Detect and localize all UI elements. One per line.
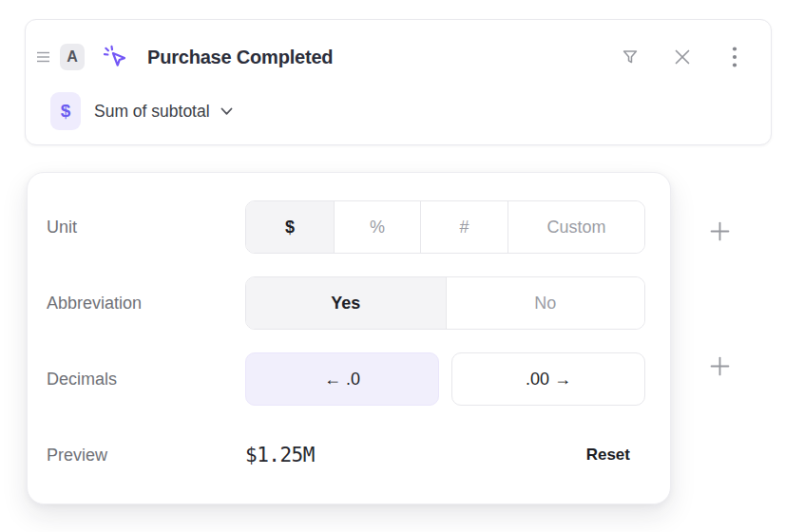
abbreviation-row: Abbreviation Yes No (47, 276, 645, 330)
unit-option-percent[interactable]: % (334, 201, 420, 253)
plus-icon (709, 355, 731, 377)
filter-button[interactable] (619, 46, 641, 68)
add-button-bottom[interactable] (705, 352, 734, 380)
series-badge: A (60, 44, 85, 70)
unit-option-custom[interactable]: Custom (507, 201, 644, 253)
decrease-decimals-button[interactable]: ← .0 (245, 352, 439, 406)
drag-handle-icon[interactable] (32, 46, 53, 68)
close-button[interactable] (671, 46, 694, 68)
unit-segmented-control: $ % # Custom (245, 200, 645, 254)
increase-decimals-button[interactable]: .00 → (451, 352, 645, 406)
event-title[interactable]: Purchase Completed (147, 47, 333, 68)
metric-row: $ Sum of subtotal (26, 92, 771, 130)
preview-row: Preview $1.25M Reset (47, 428, 645, 482)
filter-icon (620, 47, 641, 67)
close-icon (673, 48, 692, 66)
kebab-icon (732, 46, 737, 68)
unit-label: Unit (47, 218, 245, 238)
event-card: A Purchase Completed (25, 19, 772, 145)
preview-label: Preview (47, 446, 245, 466)
add-button-top[interactable] (705, 217, 734, 245)
unit-option-dollar[interactable]: $ (246, 201, 334, 253)
chevron-down-icon (220, 107, 233, 116)
reset-button[interactable]: Reset (586, 446, 630, 465)
decimals-row: Decimals ← .0 .00 → (47, 352, 645, 406)
dollar-metric-icon: $ (50, 92, 81, 130)
decimals-label: Decimals (47, 370, 245, 390)
unit-option-number[interactable]: # (420, 201, 507, 253)
plus-icon (709, 220, 731, 242)
abbreviation-option-no[interactable]: No (446, 277, 645, 329)
decimals-control: ← .0 .00 → (245, 352, 645, 406)
click-event-icon (101, 42, 131, 72)
abbreviation-segmented-control: Yes No (245, 276, 645, 330)
metric-label: Sum of subtotal (94, 102, 210, 122)
event-card-header: A Purchase Completed (26, 30, 771, 84)
abbreviation-option-yes[interactable]: Yes (246, 277, 446, 329)
format-panel: Unit $ % # Custom Abbreviation Yes No De… (27, 172, 671, 504)
preview-value: $1.25M (245, 444, 315, 466)
more-options-button[interactable] (723, 46, 746, 68)
metric-selector[interactable]: Sum of subtotal (94, 102, 233, 122)
unit-row: Unit $ % # Custom (47, 200, 645, 254)
abbreviation-label: Abbreviation (47, 294, 245, 314)
